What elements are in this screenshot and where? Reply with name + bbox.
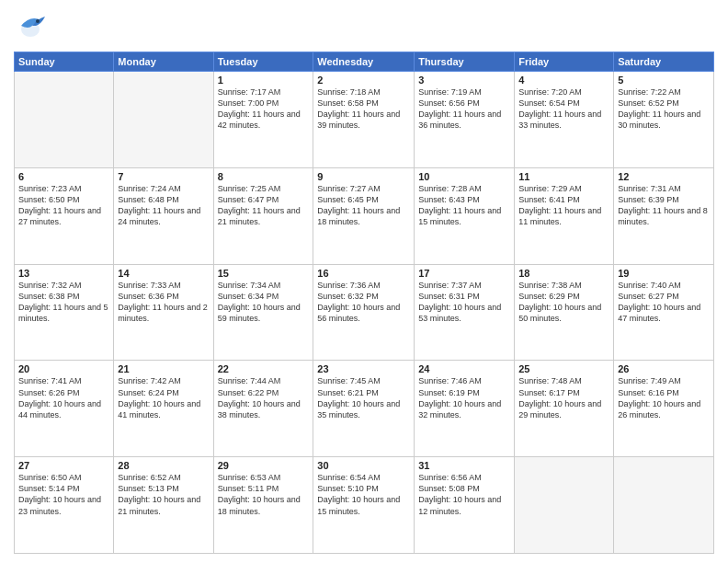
day-detail: Sunrise: 7:22 AMSunset: 6:52 PMDaylight:…	[618, 86, 710, 132]
day-detail: Sunrise: 6:54 AMSunset: 5:10 PMDaylight:…	[317, 472, 410, 517]
day-detail: Sunrise: 7:45 AMSunset: 6:21 PMDaylight:…	[317, 375, 410, 420]
day-number: 3	[418, 75, 510, 86]
day-cell: 6Sunrise: 7:23 AMSunset: 6:50 PMDaylight…	[15, 167, 114, 264]
day-cell: 31Sunrise: 6:56 AMSunset: 5:08 PMDayligh…	[415, 457, 515, 554]
day-detail: Sunrise: 6:56 AMSunset: 5:08 PMDaylight:…	[418, 472, 510, 517]
day-number: 14	[118, 268, 209, 279]
day-detail: Sunrise: 7:17 AMSunset: 7:00 PMDaylight:…	[218, 86, 310, 132]
day-detail: Sunrise: 7:38 AMSunset: 6:29 PMDaylight:…	[518, 280, 609, 325]
header	[14, 9, 714, 46]
day-number: 2	[317, 75, 410, 86]
day-number: 28	[118, 460, 209, 471]
day-cell: 8Sunrise: 7:25 AMSunset: 6:47 PMDaylight…	[213, 167, 313, 264]
day-detail: Sunrise: 7:40 AMSunset: 6:27 PMDaylight:…	[618, 280, 710, 325]
day-number: 31	[418, 460, 510, 471]
weekday-wednesday: Wednesday	[313, 52, 415, 72]
day-number: 9	[317, 171, 410, 182]
day-cell: 19Sunrise: 7:40 AMSunset: 6:27 PMDayligh…	[614, 264, 714, 361]
day-cell: 20Sunrise: 7:41 AMSunset: 6:26 PMDayligh…	[15, 361, 114, 457]
day-number: 21	[118, 363, 209, 374]
logo-icon	[14, 9, 47, 46]
day-detail: Sunrise: 7:42 AMSunset: 6:24 PMDaylight:…	[118, 375, 209, 420]
day-cell	[614, 457, 714, 554]
day-detail: Sunrise: 7:28 AMSunset: 6:43 PMDaylight:…	[418, 183, 510, 228]
day-number: 22	[218, 363, 310, 374]
weekday-saturday: Saturday	[614, 52, 714, 72]
day-cell	[114, 72, 213, 168]
day-number: 4	[518, 75, 609, 86]
day-number: 30	[317, 460, 410, 471]
day-cell: 17Sunrise: 7:37 AMSunset: 6:31 PMDayligh…	[415, 264, 515, 361]
day-number: 8	[218, 171, 310, 182]
weekday-friday: Friday	[515, 52, 614, 72]
day-number: 11	[518, 171, 609, 182]
day-cell: 21Sunrise: 7:42 AMSunset: 6:24 PMDayligh…	[114, 361, 213, 457]
day-detail: Sunrise: 7:34 AMSunset: 6:34 PMDaylight:…	[218, 280, 310, 325]
day-cell: 5Sunrise: 7:22 AMSunset: 6:52 PMDaylight…	[614, 72, 714, 168]
day-cell: 13Sunrise: 7:32 AMSunset: 6:38 PMDayligh…	[15, 264, 114, 361]
day-cell: 25Sunrise: 7:48 AMSunset: 6:17 PMDayligh…	[515, 361, 614, 457]
day-number: 1	[218, 75, 310, 86]
day-detail: Sunrise: 6:52 AMSunset: 5:13 PMDaylight:…	[118, 472, 209, 517]
day-detail: Sunrise: 7:46 AMSunset: 6:19 PMDaylight:…	[418, 375, 510, 420]
day-cell: 4Sunrise: 7:20 AMSunset: 6:54 PMDaylight…	[515, 72, 614, 168]
weekday-monday: Monday	[114, 52, 213, 72]
weekday-sunday: Sunday	[15, 52, 114, 72]
day-number: 15	[218, 268, 310, 279]
day-detail: Sunrise: 7:23 AMSunset: 6:50 PMDaylight:…	[18, 183, 109, 228]
day-cell: 23Sunrise: 7:45 AMSunset: 6:21 PMDayligh…	[313, 361, 415, 457]
day-cell: 2Sunrise: 7:18 AMSunset: 6:58 PMDaylight…	[313, 72, 415, 168]
day-cell: 28Sunrise: 6:52 AMSunset: 5:13 PMDayligh…	[114, 457, 213, 554]
day-detail: Sunrise: 7:20 AMSunset: 6:54 PMDaylight:…	[518, 86, 609, 132]
day-detail: Sunrise: 6:50 AMSunset: 5:14 PMDaylight:…	[18, 472, 109, 517]
day-number: 10	[418, 171, 510, 182]
day-number: 27	[18, 460, 109, 471]
day-cell: 30Sunrise: 6:54 AMSunset: 5:10 PMDayligh…	[313, 457, 415, 554]
week-row-2: 6Sunrise: 7:23 AMSunset: 6:50 PMDaylight…	[15, 167, 714, 264]
day-cell: 7Sunrise: 7:24 AMSunset: 6:48 PMDaylight…	[114, 167, 213, 264]
day-number: 5	[618, 75, 710, 86]
day-detail: Sunrise: 7:25 AMSunset: 6:47 PMDaylight:…	[218, 183, 310, 228]
week-row-5: 27Sunrise: 6:50 AMSunset: 5:14 PMDayligh…	[15, 457, 714, 554]
day-cell: 18Sunrise: 7:38 AMSunset: 6:29 PMDayligh…	[515, 264, 614, 361]
day-cell: 24Sunrise: 7:46 AMSunset: 6:19 PMDayligh…	[415, 361, 515, 457]
day-number: 25	[518, 363, 609, 374]
day-detail: Sunrise: 7:27 AMSunset: 6:45 PMDaylight:…	[317, 183, 410, 228]
week-row-1: 1Sunrise: 7:17 AMSunset: 7:00 PMDaylight…	[15, 72, 714, 168]
day-detail: Sunrise: 7:32 AMSunset: 6:38 PMDaylight:…	[18, 280, 109, 325]
day-detail: Sunrise: 7:33 AMSunset: 6:36 PMDaylight:…	[118, 280, 209, 325]
day-number: 26	[618, 363, 710, 374]
day-detail: Sunrise: 7:18 AMSunset: 6:58 PMDaylight:…	[317, 86, 410, 132]
day-cell: 11Sunrise: 7:29 AMSunset: 6:41 PMDayligh…	[515, 167, 614, 264]
day-number: 24	[418, 363, 510, 374]
day-detail: Sunrise: 7:36 AMSunset: 6:32 PMDaylight:…	[317, 280, 410, 325]
day-cell: 22Sunrise: 7:44 AMSunset: 6:22 PMDayligh…	[213, 361, 313, 457]
svg-point-1	[36, 19, 40, 23]
day-number: 17	[418, 268, 510, 279]
day-cell: 27Sunrise: 6:50 AMSunset: 5:14 PMDayligh…	[15, 457, 114, 554]
day-cell	[515, 457, 614, 554]
day-number: 12	[618, 171, 710, 182]
day-detail: Sunrise: 7:49 AMSunset: 6:16 PMDaylight:…	[618, 375, 710, 420]
day-cell: 10Sunrise: 7:28 AMSunset: 6:43 PMDayligh…	[415, 167, 515, 264]
day-detail: Sunrise: 7:24 AMSunset: 6:48 PMDaylight:…	[118, 183, 209, 228]
day-cell: 29Sunrise: 6:53 AMSunset: 5:11 PMDayligh…	[213, 457, 313, 554]
day-cell: 12Sunrise: 7:31 AMSunset: 6:39 PMDayligh…	[614, 167, 714, 264]
day-number: 13	[18, 268, 109, 279]
day-number: 7	[118, 171, 209, 182]
day-detail: Sunrise: 7:31 AMSunset: 6:39 PMDaylight:…	[618, 183, 710, 228]
day-detail: Sunrise: 7:48 AMSunset: 6:17 PMDaylight:…	[518, 375, 609, 420]
day-cell: 3Sunrise: 7:19 AMSunset: 6:56 PMDaylight…	[415, 72, 515, 168]
week-row-3: 13Sunrise: 7:32 AMSunset: 6:38 PMDayligh…	[15, 264, 714, 361]
week-row-4: 20Sunrise: 7:41 AMSunset: 6:26 PMDayligh…	[15, 361, 714, 457]
day-cell: 26Sunrise: 7:49 AMSunset: 6:16 PMDayligh…	[614, 361, 714, 457]
day-cell: 1Sunrise: 7:17 AMSunset: 7:00 PMDaylight…	[213, 72, 313, 168]
logo	[14, 9, 49, 46]
weekday-header-row: SundayMondayTuesdayWednesdayThursdayFrid…	[15, 52, 714, 72]
weekday-thursday: Thursday	[415, 52, 515, 72]
day-number: 20	[18, 363, 109, 374]
day-number: 23	[317, 363, 410, 374]
day-detail: Sunrise: 7:29 AMSunset: 6:41 PMDaylight:…	[518, 183, 609, 228]
day-number: 6	[18, 171, 109, 182]
day-detail: Sunrise: 7:41 AMSunset: 6:26 PMDaylight:…	[18, 375, 109, 420]
